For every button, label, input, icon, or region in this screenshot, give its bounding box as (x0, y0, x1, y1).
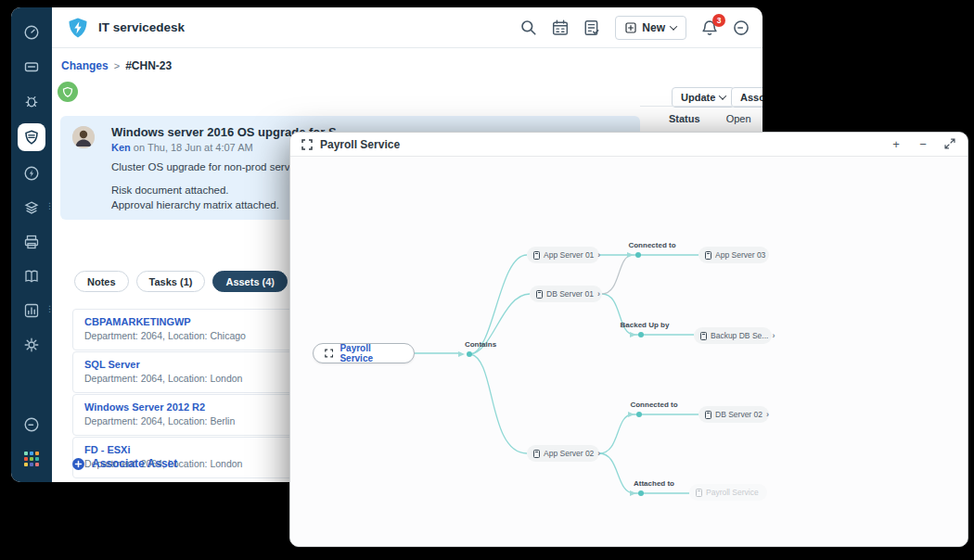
breadcrumb: Changes > #CHN-23 (61, 59, 172, 72)
edge-label-contains: Contains (465, 340, 496, 349)
map-node-app-server-01[interactable]: App Server 01 › (527, 247, 599, 263)
brand-name: IT servicedesk (98, 20, 185, 34)
map-node-payroll-service-root[interactable]: Payroll Service (313, 343, 415, 363)
associate-asset-label: Associate Asset (92, 457, 177, 470)
map-node-label: App Server 03 (715, 250, 765, 260)
map-node-label: App Server 01 (544, 250, 594, 260)
search-icon[interactable] (520, 19, 537, 36)
chevron-right-icon[interactable]: › (597, 449, 600, 458)
server-icon (533, 450, 540, 458)
topbar-actions: New 3 (520, 16, 750, 40)
todo-icon[interactable] (583, 19, 600, 36)
associate-button-label: Associate (740, 92, 763, 103)
apps-grid-icon (24, 452, 39, 466)
calendar-icon[interactable] (552, 19, 569, 36)
edge-label-connected-to: Connected to (630, 401, 677, 409)
breadcrumb-separator: > (114, 60, 120, 71)
scan-corners-icon (301, 139, 313, 150)
zoom-in-button[interactable]: + (890, 138, 903, 150)
status-label: Status (669, 113, 700, 124)
new-button-label: New (642, 21, 665, 34)
requester-avatar (72, 126, 95, 148)
server-icon (533, 251, 540, 260)
bar-chart-icon (23, 302, 40, 319)
change-type-avatar (58, 82, 78, 102)
update-button-label: Update (681, 92, 715, 103)
sidebar-item-tickets[interactable] (18, 55, 45, 79)
notification-badge: 3 (712, 14, 725, 27)
map-node-label: App Server 02 (544, 449, 594, 458)
brand: IT servicedesk (67, 16, 185, 40)
sidebar-item-releases[interactable] (18, 161, 45, 185)
sidebar-item-changes[interactable] (18, 123, 45, 151)
chevron-down-icon (719, 92, 726, 99)
chevron-right-icon[interactable]: › (597, 289, 600, 299)
map-node-db-server-02[interactable]: DB Server 02 › (698, 406, 769, 423)
zoom-out-button[interactable]: − (916, 138, 929, 150)
sidebar-item-assets[interactable]: ⋮ (18, 196, 45, 220)
feedback-icon[interactable] (733, 19, 750, 36)
map-node-label: DB Server 02 (715, 410, 763, 419)
book-icon (23, 268, 40, 285)
map-node-label: Payroll Service (706, 488, 759, 497)
service-map-title: Payroll Service (320, 138, 400, 151)
associate-button[interactable]: Associate (731, 87, 763, 108)
sidebar-item-solutions[interactable] (18, 264, 45, 288)
change-author-link[interactable]: Ken (111, 142, 131, 153)
map-node-faded-service[interactable]: Payroll Service (689, 484, 767, 501)
map-node-app-server-03[interactable]: App Server 03 (698, 247, 769, 263)
status-value: Open (726, 113, 751, 124)
sidebar: ⋮ ⋮ (11, 7, 52, 482)
top-bar: IT servicedesk New (52, 7, 763, 48)
sidebar-item-dashboard[interactable] (18, 20, 45, 45)
new-button[interactable]: New (615, 16, 686, 40)
gear-icon (23, 337, 40, 353)
layers-icon (23, 199, 40, 216)
details-panel-divider (640, 106, 763, 107)
service-map-header: Payroll Service + − (290, 133, 968, 157)
service-map-canvas[interactable]: Contains Connected to Backed Up by Conne… (290, 157, 968, 547)
map-node-label: DB Server 01 (546, 289, 594, 299)
edge-label-connected-to: Connected to (628, 241, 675, 249)
ticket-icon (23, 58, 40, 75)
status-row: Status Open (669, 113, 751, 124)
sidebar-item-app-switcher[interactable] (18, 447, 45, 471)
release-icon (23, 165, 40, 182)
scan-corners-icon (325, 349, 333, 358)
edge-label-backed-up-by: Backed Up by (621, 321, 670, 329)
plus-square-icon (625, 22, 636, 33)
sidebar-item-purchase[interactable] (18, 230, 45, 254)
sidebar-item-admin[interactable] (18, 333, 45, 357)
service-map-window: Payroll Service + − (289, 132, 968, 547)
map-node-db-server-01[interactable]: DB Server 01 › (530, 286, 602, 302)
map-node-label: Payroll Service (340, 343, 403, 363)
sidebar-item-analytics[interactable]: ⋮ (18, 299, 45, 323)
gauge-icon (23, 24, 40, 41)
expand-icon[interactable] (943, 138, 956, 151)
help-chat-icon (23, 416, 40, 433)
breadcrumb-current: #CHN-23 (125, 59, 172, 72)
desktop: ⋮ ⋮ (0, 0, 974, 560)
map-node-app-server-02[interactable]: App Server 02 › (527, 445, 599, 462)
plus-circle-icon (72, 458, 84, 470)
server-icon (700, 332, 707, 340)
notifications-bell-icon[interactable]: 3 (701, 19, 718, 36)
chevron-right-icon[interactable]: › (597, 250, 600, 260)
edge-label-attached-to: Attached to (634, 479, 674, 488)
shield-badge-icon (62, 86, 73, 98)
sidebar-item-problems[interactable] (18, 89, 45, 113)
breadcrumb-changes-link[interactable]: Changes (61, 59, 109, 72)
map-node-backup-db-server[interactable]: Backup DB Se... › (694, 327, 772, 344)
map-node-label: Backup DB Se... (711, 331, 768, 340)
server-icon (696, 489, 702, 497)
bug-icon (23, 93, 40, 109)
sidebar-item-help[interactable] (18, 413, 45, 437)
map-controls: + − (890, 138, 956, 151)
server-icon (705, 251, 711, 260)
chevron-right-icon[interactable]: › (772, 331, 775, 340)
printer-icon (23, 234, 40, 250)
update-button[interactable]: Update (672, 87, 735, 108)
freshservice-logo-icon (67, 16, 89, 40)
chevron-right-icon[interactable]: › (766, 410, 769, 419)
associate-asset-link[interactable]: Associate Asset (72, 457, 177, 470)
